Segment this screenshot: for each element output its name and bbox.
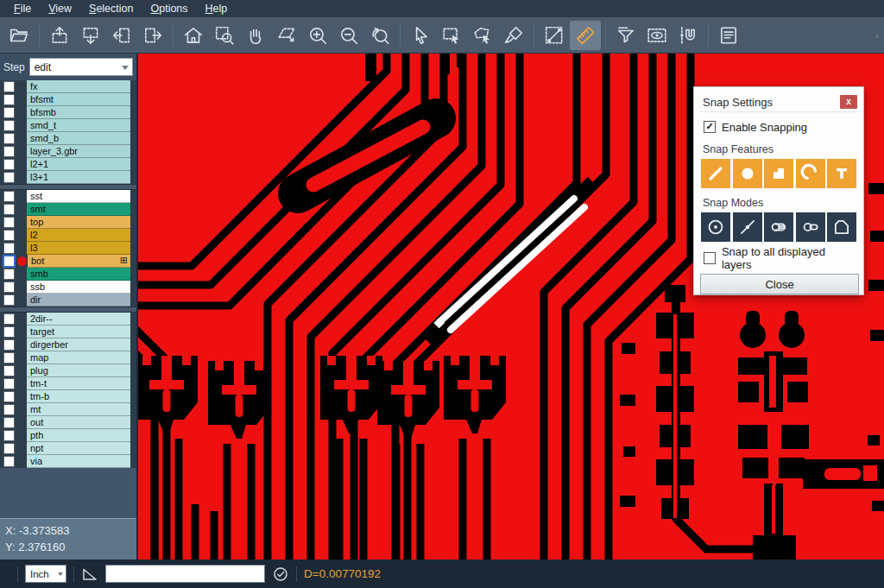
ruler-button[interactable]: [570, 21, 601, 50]
layer-visibility-checkbox[interactable]: [3, 378, 15, 389]
layer-row[interactable]: out: [0, 416, 136, 429]
layer-visibility-checkbox[interactable]: [3, 191, 15, 202]
layer-name[interactable]: smd_b: [27, 132, 130, 145]
report-button[interactable]: [713, 21, 744, 50]
snap-feature-surface-button[interactable]: [764, 159, 793, 188]
layer-name[interactable]: l3: [27, 242, 130, 255]
menu-view[interactable]: View: [40, 1, 80, 16]
layer-name[interactable]: fx: [27, 80, 130, 93]
layer-name[interactable]: l3+1: [27, 171, 130, 184]
enable-snapping-row[interactable]: ✓ Enable Snapping: [700, 119, 857, 135]
layer-visibility-checkbox[interactable]: [3, 172, 15, 183]
snap-feature-arc-button[interactable]: [796, 159, 825, 188]
layer-visibility-checkbox[interactable]: [3, 269, 15, 280]
snap-mode-slot-circle-button[interactable]: [764, 212, 793, 242]
layer-row[interactable]: ssb: [0, 281, 136, 294]
layer-name[interactable]: out: [27, 416, 130, 429]
layer-name[interactable]: dir: [27, 294, 130, 307]
layer-row[interactable]: tm-b: [0, 390, 136, 403]
open-file-button[interactable]: [3, 21, 35, 50]
zoom-window-button[interactable]: [209, 21, 240, 50]
layer-name[interactable]: layer_3.gbr: [27, 145, 130, 158]
layer-row[interactable]: npt: [0, 442, 136, 455]
clear-highlight-button[interactable]: [498, 21, 529, 50]
zoom-previous-button[interactable]: [364, 21, 395, 50]
layer-name[interactable]: l2: [27, 229, 130, 242]
dialog-title-bar[interactable]: Snap Settings x: [700, 92, 857, 112]
select-polygon-button[interactable]: [467, 21, 498, 50]
layer-name[interactable]: ssb: [27, 281, 130, 294]
menu-help[interactable]: Help: [197, 1, 237, 16]
toolbar-overflow-chevron[interactable]: ›: [875, 30, 879, 41]
snap-mode-center-button[interactable]: [701, 212, 730, 242]
layer-row[interactable]: target: [0, 326, 136, 338]
layer-visibility-checkbox[interactable]: [3, 456, 15, 467]
layer-name[interactable]: via: [27, 455, 130, 468]
layer-row[interactable]: top: [0, 216, 136, 229]
layer-row[interactable]: dir: [0, 294, 136, 307]
layer-row[interactable]: bfsmb: [0, 106, 136, 119]
layer-name[interactable]: pth: [27, 429, 130, 442]
layer-row[interactable]: tm-t: [0, 377, 136, 390]
view-options-button[interactable]: [641, 21, 672, 50]
layer-name[interactable]: smt: [27, 203, 130, 216]
layer-name[interactable]: npt: [27, 442, 130, 455]
unit-select[interactable]: Inch: [25, 565, 66, 583]
layer-row[interactable]: l2: [0, 229, 136, 242]
layer-visibility-checkbox[interactable]: [3, 81, 15, 92]
layer-name[interactable]: smb: [27, 268, 130, 281]
layer-visibility-checkbox[interactable]: [3, 204, 15, 215]
pan-up-button[interactable]: [44, 21, 75, 50]
apply-button[interactable]: [272, 566, 289, 583]
layer-name[interactable]: dirgerber: [27, 338, 130, 351]
layer-name[interactable]: bfsmt: [27, 93, 130, 106]
layer-visibility-checkbox[interactable]: [3, 404, 15, 415]
layer-name[interactable]: bot⊞: [28, 255, 130, 268]
layer-visibility-checkbox[interactable]: [3, 107, 15, 118]
layer-name[interactable]: l2+1: [27, 158, 130, 171]
pan-left-button[interactable]: [106, 21, 137, 50]
layer-grid-icon[interactable]: ⊞: [120, 255, 130, 267]
layer-row[interactable]: map: [0, 351, 136, 364]
layer-name[interactable]: target: [27, 326, 130, 338]
layer-row[interactable]: fx: [0, 80, 136, 93]
snap-mode-closest-button[interactable]: [733, 212, 762, 242]
pan-down-button[interactable]: [75, 21, 106, 50]
zoom-out-button[interactable]: [333, 21, 364, 50]
layer-row[interactable]: plug: [0, 364, 136, 377]
layer-visibility-checkbox[interactable]: [3, 391, 15, 402]
layer-name[interactable]: mt: [27, 403, 130, 416]
layer-row[interactable]: smd_b: [0, 132, 136, 145]
layer-row[interactable]: l3: [0, 242, 136, 255]
zoom-in-button[interactable]: [302, 21, 333, 50]
layer-name[interactable]: plug: [27, 364, 130, 377]
snap-feature-pad-button[interactable]: [733, 159, 762, 188]
layer-visibility-checkbox[interactable]: [3, 339, 15, 351]
layer-visibility-checkbox[interactable]: [3, 365, 15, 376]
menu-selection[interactable]: Selection: [80, 1, 142, 16]
layer-row[interactable]: l2+1: [0, 158, 136, 171]
snap-all-layers-row[interactable]: Snap to all displayed layers: [700, 250, 857, 266]
enable-snapping-checkbox[interactable]: ✓: [704, 121, 716, 133]
layer-name[interactable]: top: [27, 216, 130, 229]
zoom-home-button[interactable]: [178, 21, 209, 50]
layer-name[interactable]: bfsmb: [27, 106, 130, 119]
layer-row[interactable]: smt: [0, 203, 136, 216]
pan-hand-button[interactable]: [240, 21, 271, 50]
layer-row-active[interactable]: bot⊞: [0, 255, 136, 268]
layer-row[interactable]: via: [0, 455, 136, 468]
layer-visibility-checkbox[interactable]: [3, 313, 15, 325]
layer-visibility-checkbox[interactable]: [3, 217, 15, 228]
layer-visibility-checkbox[interactable]: [3, 430, 15, 441]
menu-options[interactable]: Options: [142, 1, 196, 16]
layer-visibility-checkbox[interactable]: [3, 133, 15, 144]
layer-row[interactable]: bfsmt: [0, 93, 136, 106]
layer-row[interactable]: 2dir--: [0, 313, 136, 326]
dialog-close-icon[interactable]: x: [840, 95, 857, 109]
layer-visibility-checkbox[interactable]: [3, 255, 16, 268]
snap-mode-slot-keyhole-button[interactable]: [796, 212, 825, 242]
layer-visibility-checkbox[interactable]: [3, 443, 15, 454]
layer-visibility-checkbox[interactable]: [3, 417, 15, 428]
select-rectangle-button[interactable]: [436, 21, 467, 50]
layer-visibility-checkbox[interactable]: [3, 120, 15, 131]
